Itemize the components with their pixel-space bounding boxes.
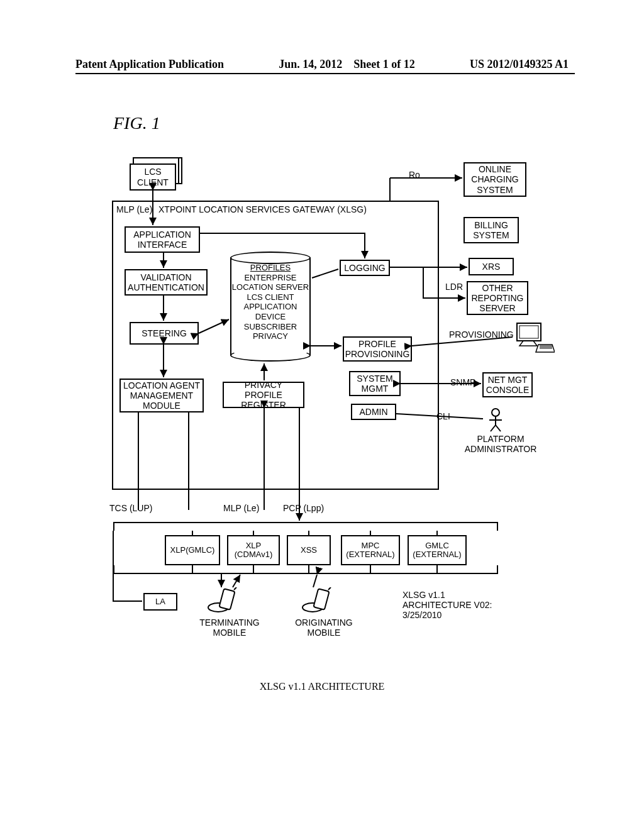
svg-line-31 bbox=[313, 575, 317, 587]
header-left: Patent Application Publication bbox=[75, 58, 224, 71]
bottom-caption: XLSG v1.1 ARCHITECTURE bbox=[0, 681, 644, 692]
svg-line-30 bbox=[233, 575, 240, 587]
header-rule bbox=[75, 73, 575, 74]
figure-title: FIG. 1 bbox=[113, 113, 160, 133]
svg-line-24 bbox=[396, 414, 483, 419]
header-sheet: Sheet 1 of 12 bbox=[353, 58, 415, 71]
svg-line-16 bbox=[199, 319, 229, 333]
header-pubno: US 2012/0149325 A1 bbox=[470, 58, 569, 71]
header-date: Jun. 14, 2012 bbox=[279, 58, 342, 71]
architecture-diagram: LCS CLIENT MLP (Le) XTPOINT LOCATION SER… bbox=[75, 157, 566, 685]
svg-line-19 bbox=[312, 269, 338, 278]
connectors bbox=[75, 157, 566, 685]
svg-line-22 bbox=[412, 337, 513, 346]
